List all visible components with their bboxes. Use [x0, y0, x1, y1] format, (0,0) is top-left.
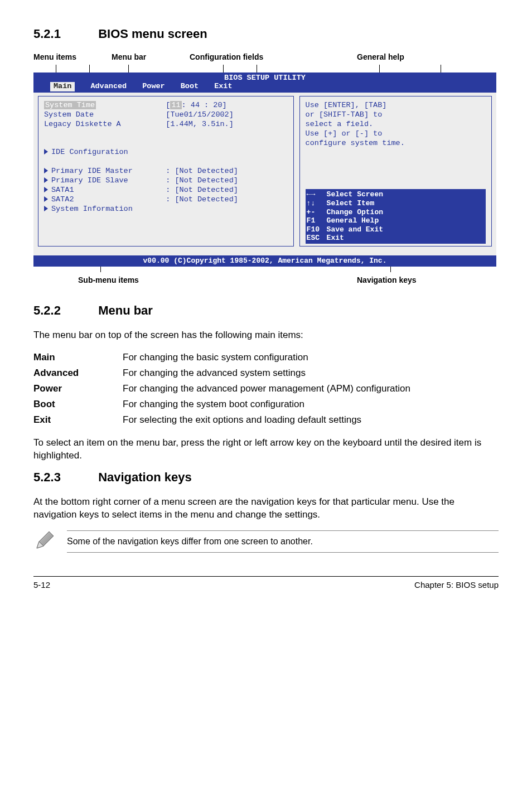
val-sata1: : [Not Detected]: [166, 186, 287, 195]
legend-key-5: ESC: [307, 234, 327, 243]
label-config-fields: Configuration fields: [190, 52, 263, 61]
menubar-intro: The menu bar on top of the screen has th…: [33, 329, 499, 342]
menubar-definitions: MainFor changing the basic system config…: [33, 350, 410, 428]
legend-text-3: General Help: [327, 216, 379, 225]
triangle-icon: [44, 149, 48, 154]
row-sata1[interactable]: SATA1 : [Not Detected]: [44, 186, 288, 195]
def-desc: For changing the advanced system setting…: [123, 365, 410, 381]
def-row-power: PowerFor changing the advanced power man…: [33, 381, 410, 397]
legend-key-3: F1: [307, 216, 327, 225]
diagram-bottom-ticks: [33, 267, 499, 272]
legend-key-0: ←→: [307, 190, 327, 199]
legend-text-1: Select Item: [327, 199, 375, 208]
row-system-date[interactable]: System Date [Tue01/15/2002]: [44, 110, 288, 120]
legend-key-4: F10: [307, 225, 327, 234]
bios-tab-exit[interactable]: Exit: [214, 82, 232, 91]
bios-tabs: Main Advanced Power Boot Exit: [33, 82, 496, 91]
legend-key-1: ↑↓: [307, 199, 327, 208]
def-desc: For changing the system boot configurati…: [123, 397, 410, 412]
footer-chapter: Chapter 5: BIOS setup: [414, 580, 499, 590]
triangle-icon: [44, 177, 48, 183]
def-row-advanced: AdvancedFor changing the advanced system…: [33, 365, 410, 381]
label-system-date: System Date: [44, 110, 166, 120]
label-nav-keys: Navigation keys: [357, 276, 417, 284]
bios-tab-advanced[interactable]: Advanced: [90, 82, 127, 91]
section-heading-521: 5.2.1 BIOS menu screen: [33, 27, 499, 41]
triangle-icon: [44, 187, 48, 192]
row-system-time[interactable]: System Time [11: 44 : 20]: [44, 101, 288, 110]
def-term: Power: [33, 381, 123, 397]
legend-key-2: +-: [307, 208, 327, 217]
bios-window: BIOS SETUP UTILITY Main Advanced Power B…: [33, 73, 496, 267]
val-system-date: [Tue01/15/2002]: [166, 110, 287, 120]
label-sata2: SATA2: [51, 195, 74, 204]
legend-text-5: Exit: [327, 234, 344, 243]
bios-tab-boot[interactable]: Boot: [181, 82, 199, 91]
legend-text-0: Select Screen: [327, 190, 383, 199]
diagram-top-labels: Menu items Menu bar Configuration fields…: [33, 52, 499, 64]
section-title: BIOS menu screen: [98, 27, 207, 41]
val-primary-slave: : [Not Detected]: [166, 176, 287, 186]
val-sata2: : [Not Detected]: [166, 195, 287, 205]
section-title: Navigation keys: [98, 470, 192, 484]
row-primary-master[interactable]: Primary IDE Master : [Not Detected]: [44, 167, 288, 176]
label-primary-slave: Primary IDE Slave: [51, 176, 128, 185]
section-number: 5.2.1: [33, 27, 95, 41]
def-desc: For selecting the exit options and loadi…: [123, 412, 410, 428]
bios-main-panel: System Time [11: 44 : 20] System Date [T…: [38, 96, 294, 247]
section-number: 5.2.3: [33, 470, 95, 485]
help-line-0: Use [ENTER], [TAB]: [306, 101, 486, 110]
row-spacer: [44, 139, 288, 148]
help-line-1: or [SHIFT-TAB] to: [306, 110, 486, 120]
def-row-exit: ExitFor selecting the exit options and l…: [33, 412, 410, 428]
row-sys-info[interactable]: System Information: [44, 205, 288, 214]
label-primary-master: Primary IDE Master: [51, 167, 133, 175]
def-desc: For changing the advanced power manageme…: [123, 381, 410, 397]
label-menu-bar: Menu bar: [112, 52, 146, 61]
diagram-bottom-labels: Sub-menu items Navigation keys: [33, 276, 499, 287]
def-term: Exit: [33, 412, 123, 428]
bios-tab-main[interactable]: Main: [50, 82, 75, 91]
label-system-time: System Time: [44, 101, 96, 109]
val-hour: 11: [170, 101, 181, 109]
help-line-2: select a field.: [306, 120, 486, 129]
bios-tab-power[interactable]: Power: [142, 82, 165, 91]
label-ide-config: IDE Configuration: [51, 148, 128, 156]
label-sys-info: System Information: [51, 205, 133, 213]
def-term: Boot: [33, 397, 123, 412]
navkeys-intro: At the bottom right corner of a menu scr…: [33, 496, 499, 521]
def-term: Advanced: [33, 365, 123, 381]
val-legacy-diskette: [1.44M, 3.5in.]: [166, 120, 287, 129]
diagram-top-ticks: [33, 65, 499, 73]
menubar-outro: To select an item on the menu bar, press…: [33, 437, 499, 462]
pencil-icon: [33, 529, 56, 554]
triangle-icon: [44, 206, 48, 211]
legend-text-2: Change Option: [327, 208, 383, 217]
label-legacy-diskette: Legacy Diskette A: [44, 120, 166, 129]
section-title: Menu bar: [98, 303, 153, 317]
row-primary-slave[interactable]: Primary IDE Slave : [Not Detected]: [44, 176, 288, 186]
help-line-4: configure system time.: [306, 139, 486, 148]
triangle-icon: [44, 196, 48, 202]
label-menu-items: Menu items: [33, 52, 76, 61]
footer-page-number: 5-12: [33, 580, 50, 590]
row-ide-config[interactable]: IDE Configuration: [44, 148, 288, 157]
section-number: 5.2.2: [33, 303, 95, 318]
help-line-3: Use [+] or [-] to: [306, 129, 486, 139]
row-sata2[interactable]: SATA2 : [Not Detected]: [44, 195, 288, 205]
val-rest: : 44 : 20]: [182, 101, 227, 109]
def-term: Main: [33, 350, 123, 365]
row-legacy-diskette[interactable]: Legacy Diskette A [1.44M, 3.5in.]: [44, 120, 288, 129]
bios-titlebar: BIOS SETUP UTILITY Main Advanced Power B…: [33, 73, 496, 93]
section-heading-523: 5.2.3 Navigation keys: [33, 470, 499, 485]
bios-help-panel: Use [ENTER], [TAB] or [SHIFT-TAB] to sel…: [299, 96, 492, 247]
keys-legend: ←→Select Screen ↑↓Select Item +-Change O…: [306, 189, 486, 244]
val-primary-master: : [Not Detected]: [166, 167, 287, 176]
def-desc: For changing the basic system configurat…: [123, 350, 410, 365]
def-row-boot: BootFor changing the system boot configu…: [33, 397, 410, 412]
bios-copyright: v00.00 (C)Copyright 1985-2002, American …: [33, 255, 496, 267]
section-heading-522: 5.2.2 Menu bar: [33, 303, 499, 318]
legend-text-4: Save and Exit: [327, 225, 383, 234]
def-row-main: MainFor changing the basic system config…: [33, 350, 410, 365]
triangle-icon: [44, 168, 48, 173]
